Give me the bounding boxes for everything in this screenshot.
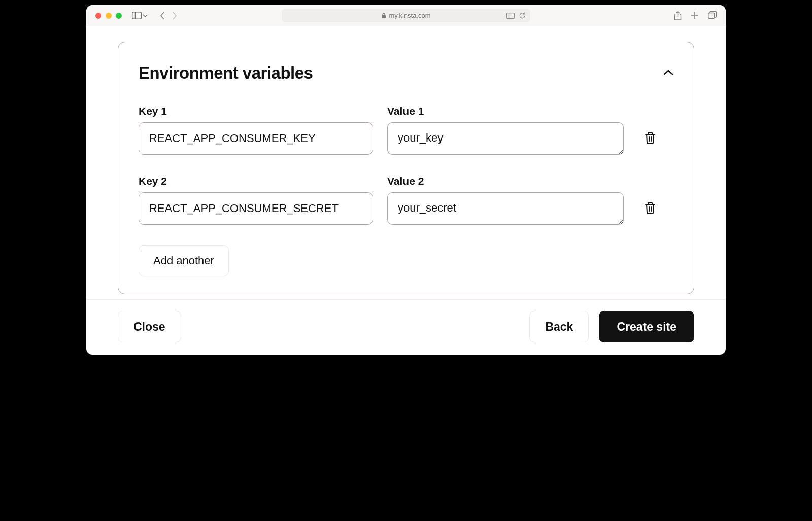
- svg-rect-0: [132, 12, 142, 19]
- create-site-button[interactable]: Create site: [599, 311, 694, 342]
- trash-icon: [644, 131, 656, 145]
- chevron-up-icon: [663, 70, 673, 76]
- sidebar-icon[interactable]: [132, 12, 142, 19]
- collapse-toggle[interactable]: [663, 68, 673, 78]
- value-input[interactable]: [387, 192, 624, 225]
- back-button[interactable]: Back: [529, 311, 589, 342]
- env-var-row: Key 1 Value 1: [139, 105, 673, 155]
- window-close-button[interactable]: [95, 13, 101, 19]
- delete-row-button[interactable]: [642, 129, 658, 148]
- browser-window: my.kinsta.com Environment variables Key …: [86, 5, 726, 355]
- key-label: Key 1: [139, 105, 373, 117]
- new-tab-icon[interactable]: [691, 11, 699, 19]
- add-another-button[interactable]: Add another: [139, 245, 229, 276]
- window-minimize-button[interactable]: [106, 13, 112, 19]
- nav-forward-icon[interactable]: [172, 12, 177, 20]
- key-input[interactable]: [139, 122, 373, 155]
- chevron-down-icon[interactable]: [143, 14, 148, 17]
- page-content: Environment variables Key 1 Value 1: [86, 26, 726, 294]
- key-input[interactable]: [139, 192, 373, 225]
- reader-icon[interactable]: [506, 13, 515, 19]
- panel-header: Environment variables: [139, 63, 673, 83]
- trash-icon: [644, 201, 656, 215]
- reload-icon[interactable]: [519, 12, 525, 19]
- nav-back-icon[interactable]: [160, 12, 165, 20]
- share-icon[interactable]: [674, 11, 682, 20]
- delete-row-button[interactable]: [642, 199, 658, 218]
- value-label: Value 1: [387, 105, 624, 117]
- svg-rect-7: [708, 13, 715, 18]
- value-label: Value 2: [387, 175, 624, 187]
- url-bar[interactable]: my.kinsta.com: [282, 9, 530, 22]
- browser-titlebar: my.kinsta.com: [86, 5, 726, 26]
- footer-bar: Close Back Create site: [86, 299, 726, 355]
- toolbar-right: [674, 11, 717, 20]
- traffic-lights: [95, 13, 122, 19]
- url-text: my.kinsta.com: [389, 12, 430, 19]
- svg-rect-4: [509, 13, 515, 18]
- env-var-row: Key 2 Value 2: [139, 175, 673, 225]
- tabs-icon[interactable]: [708, 11, 717, 19]
- env-vars-panel: Environment variables Key 1 Value 1: [118, 42, 694, 294]
- value-input[interactable]: [387, 122, 624, 155]
- close-button[interactable]: Close: [118, 311, 181, 342]
- panel-title: Environment variables: [139, 63, 313, 83]
- lock-icon: [381, 13, 386, 19]
- svg-rect-2: [382, 15, 386, 18]
- window-zoom-button[interactable]: [116, 13, 122, 19]
- key-label: Key 2: [139, 175, 373, 187]
- toolbar-left: [132, 12, 177, 20]
